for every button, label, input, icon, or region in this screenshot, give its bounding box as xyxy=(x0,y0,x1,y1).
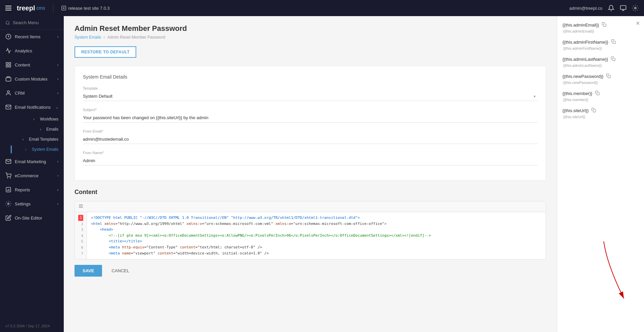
site-indicator[interactable]: release test site 7.0.3 xyxy=(61,6,110,11)
variable-display-adminEmail: {{this.adminEmail}} xyxy=(562,22,599,28)
svg-point-10 xyxy=(7,91,9,93)
search-menu-item[interactable]: Search Menu xyxy=(0,16,64,30)
sidebar-item-analytics[interactable]: Analytics xyxy=(0,44,64,58)
sidebar-item-custom-modules[interactable]: Custom Modules › xyxy=(0,72,64,86)
logo: treepl cms xyxy=(17,4,45,12)
content-section-title: Content xyxy=(75,189,546,196)
code-line-1: <!DOCTYPE html PUBLIC "-//W3C//DTD XHTML… xyxy=(91,215,542,221)
modules-chevron: › xyxy=(57,77,58,81)
sidebar-sub-emails[interactable]: › Emails xyxy=(11,124,64,134)
sidebar-label-recent-items: Recent Items xyxy=(15,34,41,39)
code-editor: 1 2 3 4 5 6 7 <!DOCTYPE html PUBLIC "-//… xyxy=(75,201,546,259)
copy-variable-adminFirstName[interactable] xyxy=(610,39,616,46)
svg-point-14 xyxy=(8,203,9,205)
right-panel: ✕ {{this.adminEmail}} {{this.adminEmail}… xyxy=(557,16,644,332)
email-notif-chevron: ⌄ xyxy=(56,105,58,109)
svg-rect-20 xyxy=(612,58,615,61)
variable-sub-siteUrl: {{this.siteUrl}} xyxy=(562,115,639,119)
sidebar-item-recent-items[interactable]: Recent Items › xyxy=(0,30,64,44)
reports-chevron: › xyxy=(57,188,58,192)
sidebar-item-email-notifications[interactable]: Email Notifications ⌄ xyxy=(0,100,64,114)
sidebar-item-crm[interactable]: CRM › xyxy=(0,86,64,100)
notification-icon[interactable] xyxy=(608,5,614,11)
display-icon[interactable] xyxy=(620,5,627,11)
sidebar-label-email-marketing: Email Marketing xyxy=(15,159,46,164)
email-templates-chevron: › xyxy=(22,138,23,141)
annotation-arrow xyxy=(597,238,637,305)
on-site-editor-icon xyxy=(5,215,11,221)
footer-actions: SAVE CANCEL xyxy=(75,259,546,282)
sidebar-sub-system-emails[interactable]: › System Emails xyxy=(11,144,64,154)
sidebar-item-on-site-editor[interactable]: On-Site Editor xyxy=(0,211,64,225)
email-notif-icon xyxy=(5,104,11,110)
svg-rect-6 xyxy=(9,62,11,64)
nav-divider xyxy=(53,3,53,13)
copy-variable-adminEmail[interactable] xyxy=(601,21,607,29)
copy-variable-adminLastName[interactable] xyxy=(610,56,616,63)
chevron-icon: › xyxy=(57,35,58,39)
hamburger-menu[interactable] xyxy=(5,6,11,10)
code-lines: 1 2 3 4 5 6 7 <!DOCTYPE html PUBLIC "-//… xyxy=(75,212,546,259)
svg-rect-21 xyxy=(608,75,610,78)
sidebar-item-content[interactable]: Content › xyxy=(0,58,64,72)
sidebar-item-email-marketing[interactable]: Email Marketing › xyxy=(0,154,64,169)
from-name-input[interactable] xyxy=(83,156,538,165)
content-icon xyxy=(5,62,11,68)
clock-icon xyxy=(5,34,11,40)
email-marketing-chevron: › xyxy=(57,160,58,163)
search-label: Search Menu xyxy=(13,20,39,25)
variables-container: {{this.adminEmail}} {{this.adminEmail}} … xyxy=(562,21,639,119)
copy-variable-member[interactable] xyxy=(594,90,600,97)
line-num-3: 3 xyxy=(78,227,83,233)
active-indicator xyxy=(11,145,12,153)
sidebar: Search Menu Recent Items › Analytics Con… xyxy=(0,16,64,332)
sidebar-label-on-site-editor: On-Site Editor xyxy=(15,216,42,221)
variable-display-adminFirstName: {{this.adminFirstName}} xyxy=(562,40,608,45)
variable-sub-adminEmail: {{this.adminEmail}} xyxy=(562,29,639,33)
logo-text: treepl xyxy=(17,4,35,12)
variable-name-siteUrl: {{this.siteUrl}} xyxy=(562,107,639,114)
sidebar-label-reports: Reports xyxy=(15,187,30,192)
toolbar-menu-icon[interactable] xyxy=(78,203,84,209)
subject-input[interactable] xyxy=(83,113,538,123)
site-icon xyxy=(61,6,66,10)
code-content-area[interactable]: <!DOCTYPE html PUBLIC "-//W3C//DTD XHTML… xyxy=(87,212,546,259)
copy-variable-newPassword[interactable] xyxy=(605,73,611,80)
code-line-7: <meta name="viewport" content="width=dev… xyxy=(91,250,542,256)
svg-rect-19 xyxy=(613,41,615,44)
line-num-2: 2 xyxy=(78,221,83,227)
sidebar-label-analytics: Analytics xyxy=(15,48,32,53)
sidebar-sub-email-templates[interactable]: › Email Templates xyxy=(11,134,64,144)
logo-cms: cms xyxy=(36,5,45,11)
variable-name-newPassword: {{this.newPassword}} xyxy=(562,73,639,80)
sidebar-item-settings[interactable]: Settings › xyxy=(0,197,64,211)
sidebar-item-reports[interactable]: Reports › xyxy=(0,183,64,197)
settings-icon[interactable] xyxy=(632,5,639,11)
sidebar-item-ecommerce[interactable]: eCommerce › xyxy=(0,169,64,183)
variable-name-adminEmail: {{this.adminEmail}} xyxy=(562,21,639,29)
svg-rect-5 xyxy=(6,62,8,64)
copy-variable-siteUrl[interactable] xyxy=(591,107,597,114)
page-title: Admin Reset Member Password xyxy=(75,24,546,33)
restore-to-default-button[interactable]: RESTORE TO DEFAULT xyxy=(75,46,136,58)
variable-item-siteUrl: {{this.siteUrl}} {{this.siteUrl}} xyxy=(562,107,639,119)
email-notifications-subitems: › Workflows › Emails › Email Templates ›… xyxy=(0,114,64,154)
save-button[interactable]: SAVE xyxy=(75,265,102,277)
sidebar-sub-workflows[interactable]: › Workflows xyxy=(11,114,64,124)
main-layout: Search Menu Recent Items › Analytics Con… xyxy=(0,16,644,332)
svg-point-2 xyxy=(635,7,636,9)
from-name-label: From Name* xyxy=(83,151,538,155)
svg-rect-9 xyxy=(6,78,11,81)
code-line-5: <title></title> xyxy=(91,238,542,244)
from-email-field-group: From Email* xyxy=(83,129,538,144)
variable-item-adminLastName: {{this.adminLastName}} {{this.adminLastN… xyxy=(562,56,639,67)
breadcrumb-parent[interactable]: System Emails xyxy=(75,35,101,40)
variable-sub-adminLastName: {{this.adminLastName}} xyxy=(562,63,639,67)
settings-chevron: › xyxy=(57,202,58,206)
template-select[interactable]: System Default xyxy=(83,92,538,101)
close-panel-button[interactable]: ✕ xyxy=(636,20,640,27)
svg-point-3 xyxy=(6,21,9,24)
from-email-input[interactable] xyxy=(83,135,538,144)
cancel-button[interactable]: CANCEL xyxy=(106,265,135,277)
svg-point-12 xyxy=(10,178,11,178)
